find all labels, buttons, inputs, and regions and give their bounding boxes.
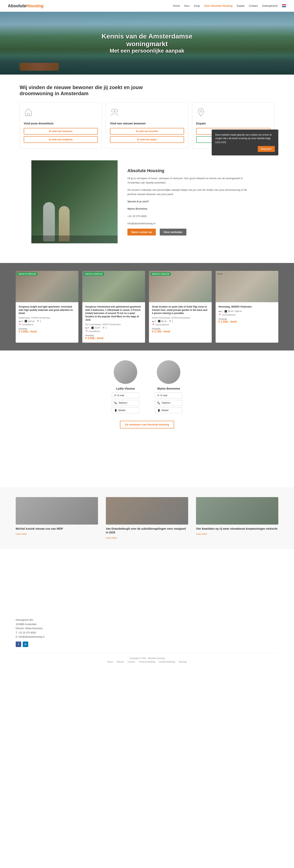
- agent-mobiel-label-2: Mobiel: [161, 409, 169, 412]
- listing-address-2: Da Costasstraat, 1053ZT Amsterdam: [85, 323, 142, 326]
- footer-email: E: info@absolutehousing.nl: [16, 635, 44, 639]
- agent-name-1: Lydia Vlasma: [112, 387, 139, 390]
- agent-email-label-2: E-mail: [160, 394, 167, 397]
- listing-card-1: NIEUW IN VERHUUR Gorgeous bright and lig…: [16, 271, 78, 343]
- listing-price-2: € 3.000,- /mnd: [85, 337, 142, 340]
- about-email: info@absolutehousing.nl: [127, 221, 253, 226]
- nav-expats[interactable]: Expats: [237, 4, 245, 7]
- about-text1: Of jij nu wil kopen of huren, verkopen o…: [127, 176, 253, 185]
- nav-huur[interactable]: Huur: [184, 4, 189, 7]
- footer-links: Home Nieuws Contact Privacyverklaring Co…: [16, 660, 278, 663]
- news-read-more-3[interactable]: Lees meer: [196, 533, 207, 535]
- navigation: AbsoluteHousing Home Huur Koop Over Abso…: [0, 0, 294, 12]
- agent-mobiel-btn-2[interactable]: 📱 Mobiel: [155, 407, 182, 413]
- btn-koophuis[interactable]: Ik zoek een koophuis: [24, 136, 98, 143]
- listing-card-3: NIEUW IN VERHUUR Great location on quiet…: [149, 271, 212, 343]
- news-title-2: Van Draeckeburgh over de subsidieregelin…: [106, 527, 188, 534]
- listing-price-4: € 1.550,- /mnd: [219, 320, 275, 323]
- email-icon: ✉: [114, 394, 116, 397]
- listing-image-3: NIEUW IN VERHUUR: [149, 271, 212, 302]
- listing-price-label-4: Huurprijs: [219, 318, 275, 320]
- agent-telefoon-btn-1[interactable]: 📞 Telefoon: [112, 400, 139, 406]
- footer-link-cookie[interactable]: Cookieverklaring: [159, 660, 175, 663]
- btn-huurhuis[interactable]: Ik zoek een huurhuis: [24, 128, 98, 135]
- agent-telefoon-btn-2[interactable]: 📞 Telefoon: [155, 400, 182, 406]
- cookie-text: Deze website maakt gebruik van cookies o…: [215, 133, 275, 144]
- about-content: Absolute Housing Of jij nu wil kopen of …: [118, 160, 263, 243]
- cookie-accept-button[interactable]: Begrepen!: [258, 146, 275, 152]
- news-image-3: [196, 497, 278, 525]
- hero-boats: [20, 63, 59, 71]
- nav-home[interactable]: Home: [173, 4, 180, 7]
- nav-zoekopdracht[interactable]: Zoekopdracht: [262, 4, 278, 7]
- mobile-icon-1: 📱: [114, 409, 117, 412]
- listing-specs-1: 🛏 3 ⬛ 110 m² 🚿 1: [19, 320, 75, 322]
- cookie-banner: Deze website maakt gebruik van cookies o…: [212, 129, 278, 155]
- footer: Herengracht 361 1016BB Amsterdam Directo…: [0, 608, 294, 669]
- svg-point-1: [112, 109, 115, 112]
- language-flag[interactable]: [282, 4, 286, 7]
- spec-rooms-1: 🛏 3: [19, 320, 23, 322]
- listing-content-3: Great location on quiet side of Oude Pij…: [149, 302, 212, 336]
- agent-card-2: Wytse Bonnema ✉ E-mail 📞 Telefoon 📱 Mobi…: [155, 360, 182, 415]
- listing-specs-3: 🛏 3 ⬛ 85 m² 🚿 1: [152, 320, 209, 322]
- svg-rect-0: [27, 114, 30, 116]
- listing-price-3: € 2.750,- /mnd: [152, 330, 209, 333]
- agents-cta-button[interactable]: De makelaars van Absolute Housing: [120, 421, 174, 428]
- nav-over[interactable]: Over Absolute Housing: [204, 4, 232, 7]
- intro-heading: Wij vinden de nieuwe bewoner die jij zoe…: [20, 84, 157, 97]
- footer-link-home[interactable]: Home: [107, 660, 113, 663]
- news-read-more-1[interactable]: Lees meer: [16, 533, 27, 535]
- spec-rooms-2: 🛏 4: [85, 327, 89, 329]
- linkedin-button[interactable]: in: [23, 642, 28, 647]
- footer-link-privacy[interactable]: Privacyverklaring: [139, 660, 155, 663]
- news-title-3: Vier kwartalen op rij meer nieuwbouw koo…: [196, 527, 278, 531]
- news-image-1: [16, 497, 98, 525]
- phone-icon-1: 📞: [114, 402, 117, 404]
- logo[interactable]: AbsoluteHousing: [8, 3, 43, 8]
- agent-card-1: Lydia Vlasma ✉ E-mail 📞 Telefoon 📱 Mobie…: [112, 360, 139, 415]
- cookie-learn-more[interactable]: Lees meer: [215, 141, 226, 143]
- footer-tel: T: +31 20 370 4000: [16, 631, 44, 635]
- btn-huurder[interactable]: Ik zoek een huurder: [110, 128, 184, 135]
- btn-neem-contact[interactable]: Neem contact op: [127, 229, 156, 236]
- about-contact-name: Wytse Bonnema: [127, 207, 253, 211]
- railing: [31, 236, 118, 243]
- btn-koper[interactable]: Ik zoek een koper: [110, 136, 184, 143]
- listing-image-1: NIEUW IN VERHUUR: [16, 271, 78, 302]
- footer-link-nieuws[interactable]: Nieuws: [117, 660, 124, 663]
- listing-title-4: Herenweg, 3645DX Vinkeveen: [219, 305, 275, 309]
- hero-section: Kennis van de Amsterdamse woningmarkt Me…: [0, 12, 294, 74]
- mobile-icon-2: 📱: [157, 409, 160, 412]
- agent-email-btn-2[interactable]: ✉ E-mail: [155, 393, 182, 398]
- about-phone: +31 20 370 4000: [127, 214, 253, 218]
- agent-telefoon-label-2: Telefoon: [161, 402, 170, 404]
- nav-contact[interactable]: Contact: [249, 4, 258, 7]
- service-card-huur: Vind jouw droomhuis Ik zoek een huurhuis…: [20, 102, 102, 149]
- news-read-more-2[interactable]: Lees meer: [106, 536, 117, 539]
- spec-bath-1: 🚿 1: [36, 320, 41, 322]
- email-icon-2: ✉: [157, 394, 159, 397]
- card3-title: Expats: [196, 122, 270, 125]
- hero-line3: Met een persoonlijke aanpak: [102, 48, 192, 54]
- facebook-button[interactable]: f: [16, 642, 21, 647]
- agent-email-btn-1[interactable]: ✉ E-mail: [112, 393, 139, 398]
- btn-werkwijze[interactable]: Onze werkwijze: [160, 229, 186, 236]
- listing-content-2: Gorgeous refurbished and upholstered apa…: [82, 302, 145, 343]
- listing-furnished-1: 📍 Gestoffeerd: [19, 323, 75, 326]
- listing-card-2: NIEUW IN VERHUUR Gorgeous refurbished an…: [82, 271, 145, 343]
- agent-mobiel-btn-1[interactable]: 📱 Mobiel: [112, 407, 139, 413]
- nav-links: Home Huur Koop Over Absolute Housing Exp…: [173, 4, 286, 7]
- footer-link-contact[interactable]: Contact: [127, 660, 135, 663]
- listing-badge-3: NIEUW IN VERHUUR: [150, 272, 171, 276]
- listing-image-2: NIEUW IN VERHUUR: [82, 271, 145, 302]
- listing-price-1: € 3.850,- /mnd: [19, 330, 75, 333]
- hero-text: Kennis van de Amsterdamse woningmarkt Me…: [102, 32, 192, 54]
- nav-koop[interactable]: Koop: [194, 4, 200, 7]
- footer-address-block: Herengracht 361 1016BB Amsterdam Directo…: [16, 618, 44, 647]
- news-item-2: Van Draeckeburgh over de subsidieregelin…: [106, 497, 188, 539]
- footer-link-sitemap[interactable]: Sitemap: [179, 660, 187, 663]
- agent-name-2: Wytse Bonnema: [155, 387, 182, 390]
- listing-image-4: HUUR: [216, 271, 278, 302]
- about-title: Absolute Housing: [127, 168, 253, 173]
